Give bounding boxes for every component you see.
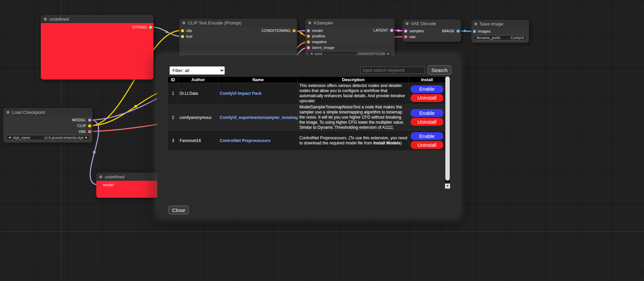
images-slot-dot[interactable]	[473, 30, 476, 33]
extension-id-cell: 2	[168, 104, 178, 131]
node-title-bar[interactable]: KSampler	[305, 19, 395, 27]
input-slot-positive[interactable]: positive	[307, 34, 325, 38]
output-slot-vae[interactable]: VAE	[79, 129, 91, 134]
node-status-dot[interactable]	[182, 21, 185, 24]
slot-label: vae	[409, 35, 416, 39]
model-slot-dot[interactable]	[98, 183, 101, 187]
extension-link[interactable]: ControlNet Preprocessors	[220, 138, 270, 143]
input-slot-text[interactable]: text	[181, 34, 193, 39]
filter-select[interactable]: Filter: all	[169, 66, 225, 75]
image-slot-dot[interactable]	[457, 30, 460, 33]
enable-button[interactable]: Enable	[411, 132, 443, 140]
description-text: )	[400, 141, 402, 145]
output-slot-model[interactable]: MODEL	[72, 118, 91, 122]
node-status-dot[interactable]	[99, 175, 102, 178]
slot-label: model	[312, 29, 323, 33]
header-row: ID Author Name Description Install	[168, 77, 445, 83]
input-slot-model[interactable]: model	[307, 28, 323, 33]
uninstall-button[interactable]: Uninstall	[411, 118, 443, 126]
search-input[interactable]	[360, 67, 425, 74]
close-button[interactable]: Close	[168, 206, 189, 214]
clip-output-dot[interactable]	[88, 124, 91, 127]
vae-slot-dot[interactable]	[404, 35, 407, 38]
input-slot-images[interactable]: images	[473, 29, 491, 34]
model-output-dot[interactable]	[88, 119, 91, 122]
node-title-bar[interactable]: VAE Decode	[402, 19, 461, 28]
node-title-text: Save Image	[480, 21, 503, 27]
widget-value: v1-5-pruned-emaonly.ckpt	[44, 136, 83, 140]
filename-prefix-widget[interactable]: filename_prefix ComfyUI	[474, 35, 527, 40]
scrollbar-thumb[interactable]	[445, 76, 450, 180]
node-status-dot[interactable]	[44, 18, 47, 21]
extension-description-cell: This extension offers various detector n…	[298, 83, 409, 104]
input-slot-vae[interactable]: vae	[404, 34, 416, 39]
node-graph-canvas[interactable]: undefined STRING CLIP Text Encode (Promp…	[0, 0, 644, 281]
input-slot-clip[interactable]: clip	[181, 28, 192, 33]
ckpt-name-widget[interactable]: ◀ ckpt_name v1-5-pruned-emaonly.ckpt ▶	[6, 135, 90, 140]
node-title-bar[interactable]: CLIP Text Encode (Prompt)	[179, 19, 297, 27]
scrollbar-down-button[interactable]: ▼	[445, 183, 450, 189]
node-status-dot[interactable]	[6, 111, 10, 114]
latent-slot-dot[interactable]	[307, 46, 310, 49]
node-save-image[interactable]: Save Image images filename_prefix ComfyU…	[471, 20, 529, 43]
vae-output-dot[interactable]	[88, 130, 91, 133]
output-slot-string[interactable]: STRING	[132, 25, 152, 30]
samples-slot-dot[interactable]	[404, 30, 407, 33]
table-scrollbar[interactable]: ▼	[445, 76, 450, 189]
increase-arrow-icon[interactable]: ▶	[85, 136, 87, 139]
extension-link[interactable]: ComfyUI_experiments/sampler_tonemap	[220, 115, 298, 120]
decrease-arrow-icon[interactable]: ◀	[310, 52, 312, 55]
extension-link[interactable]: ComfyUI Impact Pack	[220, 91, 262, 96]
enable-button[interactable]: Enable	[411, 85, 443, 93]
slot-label: model	[103, 183, 114, 187]
latent-output-dot[interactable]	[390, 29, 393, 32]
extension-install-cell: EnableUninstall	[409, 131, 445, 151]
node-title-bar[interactable]: undefined	[41, 15, 153, 23]
uninstall-button[interactable]: Uninstall	[411, 141, 443, 149]
node-title-bar[interactable]: Save Image	[471, 20, 529, 28]
slot-label: clip	[186, 29, 192, 33]
extension-name-cell: ComfyUI_experiments/sampler_tonemap	[218, 104, 298, 131]
column-header-description: Description	[298, 77, 409, 83]
input-slot-negative[interactable]: negative	[307, 39, 327, 44]
extension-name-cell: ControlNet Preprocessors	[218, 131, 298, 151]
widget-value: 156680208700286	[357, 52, 385, 56]
node-status-dot[interactable]	[308, 21, 311, 24]
slot-label: VAE	[79, 129, 86, 134]
slot-label: images	[478, 29, 491, 33]
output-slot-conditioning[interactable]: CONDITIONING	[262, 28, 296, 33]
node-title-bar[interactable]: Load Checkpoint	[3, 108, 93, 116]
input-slot-latent-image[interactable]: latent_image	[307, 45, 334, 50]
slot-label: negative	[312, 40, 327, 44]
text-slot-dot[interactable]	[181, 35, 184, 38]
node-load-checkpoint[interactable]: Load Checkpoint MODEL CLIP VAE ◀ ckpt_na…	[3, 108, 93, 143]
node-body: STRING	[41, 23, 153, 80]
output-slot-latent[interactable]: LATENT	[374, 28, 393, 33]
slot-label: STRING	[132, 25, 147, 29]
node-body: images filename_prefix ComfyUI	[471, 28, 529, 43]
node-status-dot[interactable]	[406, 22, 409, 25]
increase-arrow-icon[interactable]: ▶	[387, 52, 390, 55]
string-slot-dot[interactable]	[149, 26, 152, 29]
node-status-dot[interactable]	[474, 22, 477, 25]
clip-slot-dot[interactable]	[181, 29, 184, 32]
negative-slot-dot[interactable]	[307, 40, 310, 43]
uninstall-button[interactable]: Uninstall	[411, 94, 443, 102]
node-undefined-top[interactable]: undefined STRING	[41, 15, 153, 80]
input-slot-model[interactable]: model	[98, 182, 114, 187]
enable-button[interactable]: Enable	[411, 109, 443, 117]
positive-slot-dot[interactable]	[307, 35, 310, 38]
model-slot-dot[interactable]	[307, 29, 310, 32]
search-button[interactable]: Search	[428, 65, 451, 75]
extension-row: 1Dr.Lt.DataComfyUI Impact PackThis exten…	[168, 83, 445, 104]
extension-row: 2comfyanonymousComfyUI_experiments/sampl…	[168, 104, 445, 131]
output-slot-clip[interactable]: CLIP	[77, 123, 91, 128]
conditioning-slot-dot[interactable]	[293, 29, 296, 32]
decrease-arrow-icon[interactable]: ◀	[9, 136, 11, 139]
input-slot-samples[interactable]: samples	[404, 29, 424, 33]
wire-midpoint-dot	[397, 30, 400, 32]
output-slot-image[interactable]: IMAGE	[442, 29, 460, 33]
node-vae-decode[interactable]: VAE Decode samples vae IMAGE	[402, 19, 461, 42]
slot-label: LATENT	[374, 28, 388, 32]
extension-id-cell: 3	[168, 131, 178, 151]
